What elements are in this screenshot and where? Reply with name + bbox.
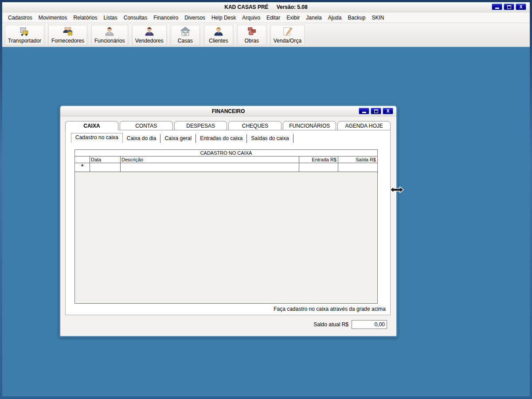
main-titlebar[interactable]: KAD CASAS PRÉ Versão: 5.08 X xyxy=(2,2,530,12)
grid-column-data[interactable]: Data xyxy=(90,156,121,163)
caixa-subtabs: Cadastro no caixa Caixa do dia Caixa ger… xyxy=(71,134,293,143)
tab-caixa[interactable]: CAIXA xyxy=(65,121,118,130)
financeiro-body: CAIXA CONTAS DESPESAS CHEQUES FUNCIONÁRI… xyxy=(60,117,396,336)
tab-funcionarios[interactable]: FUNCIONÁRIOS xyxy=(283,121,336,130)
subtab-cadastro-no-caixa[interactable]: Cadastro no caixa xyxy=(71,133,123,143)
grid-column-entrada[interactable]: Entrada R$ xyxy=(299,156,338,163)
minimize-button[interactable] xyxy=(492,4,502,10)
tab-contas[interactable]: CONTAS xyxy=(120,121,173,130)
financeiro-title: FINANCEIRO xyxy=(212,108,245,114)
tab-agenda-hoje[interactable]: AGENDA HOJE xyxy=(337,121,391,130)
financeiro-window-controls: X xyxy=(359,108,393,114)
mdi-desktop: FINANCEIRO X CAIXA CONTAS DESPESAS CHEQU… xyxy=(2,47,530,396)
subtab-saidas-do-caixa[interactable]: Saídas do caixa xyxy=(247,134,293,143)
close-button[interactable]: X xyxy=(516,4,526,10)
grid-new-row-indicator: * xyxy=(75,163,90,172)
caixa-tabpage: Cadastro no caixa Caixa do dia Caixa ger… xyxy=(65,130,391,315)
toolbar-button-label: Transportador xyxy=(8,38,41,44)
grid-cell-saida[interactable] xyxy=(338,163,377,172)
toolbar: Transportador Fornecedores Funcionários xyxy=(2,23,530,47)
toolbar-clientes-button[interactable]: Clientes xyxy=(204,25,233,45)
maximize-button[interactable] xyxy=(504,4,514,10)
suppliers-icon xyxy=(63,26,73,37)
grid-cell-data[interactable] xyxy=(90,163,121,172)
subtab-entradas-do-caixa[interactable]: Entradas do caixa xyxy=(196,134,247,143)
toolbar-separator xyxy=(268,25,269,45)
grid-cell-descricao[interactable] xyxy=(121,163,299,172)
toolbar-button-label: Funcionários xyxy=(94,38,125,44)
toolbar-button-label: Fornecedores xyxy=(51,38,84,44)
menu-cadastros[interactable]: Cadastros xyxy=(5,13,35,22)
toolbar-button-label: Venda/Orça xyxy=(274,38,301,44)
subtab-caixa-geral[interactable]: Caixa geral xyxy=(160,134,196,143)
salesperson-icon xyxy=(144,26,155,37)
minimize-icon xyxy=(495,8,499,9)
maximize-button[interactable] xyxy=(371,108,381,114)
main-title: KAD CASAS PRÉ Versão: 5.08 xyxy=(224,4,307,10)
tab-cheques[interactable]: CHEQUES xyxy=(228,121,282,130)
toolbar-venda-orca-button[interactable]: Venda/Orça xyxy=(270,25,305,45)
menu-consultas[interactable]: Consultas xyxy=(121,13,150,22)
app-version: Versão: 5.08 xyxy=(277,4,308,10)
menu-listas[interactable]: Listas xyxy=(100,13,120,22)
minimize-icon xyxy=(362,112,366,113)
financeiro-titlebar[interactable]: FINANCEIRO X xyxy=(60,106,396,117)
toolbar-obras-button[interactable]: Obras xyxy=(237,25,266,45)
minimize-button[interactable] xyxy=(359,108,369,114)
employee-icon xyxy=(104,26,115,37)
application-window: KAD CASAS PRÉ Versão: 5.08 X Cadastros M… xyxy=(0,0,532,399)
toolbar-separator xyxy=(235,25,235,45)
saldo-input[interactable] xyxy=(352,320,387,329)
menu-editar[interactable]: Editar xyxy=(263,13,283,22)
toolbar-funcionarios-button[interactable]: Funcionários xyxy=(91,25,128,45)
close-button[interactable]: X xyxy=(383,108,393,114)
cash-grid: CADASTRO NO CAIXA Data Descrição Entrada… xyxy=(75,150,377,172)
grid-column-descricao[interactable]: Descrição xyxy=(121,156,299,163)
grid-cell-entrada[interactable] xyxy=(299,163,338,172)
toolbar-casas-button[interactable]: Casas xyxy=(171,25,200,45)
subtab-caixa-do-dia[interactable]: Caixa do dia xyxy=(123,134,161,143)
toolbar-separator xyxy=(168,25,169,45)
menu-arquivo[interactable]: Arquivo xyxy=(239,13,263,22)
grid-indicator-header xyxy=(75,156,90,163)
menu-janela[interactable]: Janela xyxy=(303,13,325,22)
toolbar-separator xyxy=(130,25,130,45)
menu-diversos[interactable]: Diversos xyxy=(181,13,208,22)
menu-backup[interactable]: Backup xyxy=(344,13,368,22)
menu-help-desk[interactable]: Help Desk xyxy=(208,13,239,22)
saldo-label: Saldo atual R$ xyxy=(313,321,348,328)
client-icon xyxy=(213,26,224,37)
toolbar-fornecedores-button[interactable]: Fornecedores xyxy=(48,25,87,45)
toolbar-separator xyxy=(202,25,202,45)
cash-grid-panel: CADASTRO NO CAIXA Data Descrição Entrada… xyxy=(74,149,378,304)
toolbar-separator xyxy=(89,25,90,45)
financeiro-window: FINANCEIRO X CAIXA CONTAS DESPESAS CHEQU… xyxy=(59,105,398,337)
main-window-controls: X xyxy=(492,4,526,10)
grid-column-saida[interactable]: Saída R$ xyxy=(338,156,377,163)
bricks-icon xyxy=(246,26,257,37)
menu-ajuda[interactable]: Ajuda xyxy=(325,13,345,22)
menu-movimentos[interactable]: Movimentos xyxy=(35,13,70,22)
app-title: KAD CASAS PRÉ xyxy=(224,4,268,10)
menu-financeiro[interactable]: Financeiro xyxy=(150,13,181,22)
toolbar-vendedores-button[interactable]: Vendedores xyxy=(132,25,167,45)
close-icon: X xyxy=(387,109,390,113)
maximize-icon xyxy=(507,5,511,9)
toolbar-button-label: Vendedores xyxy=(135,38,164,44)
tab-despesas[interactable]: DESPESAS xyxy=(174,121,227,130)
toolbar-button-label: Clientes xyxy=(209,38,228,44)
house-icon xyxy=(180,26,191,37)
menubar: Cadastros Movimentos Relatórios Listas C… xyxy=(2,12,530,23)
saldo-row: Saldo atual R$ xyxy=(313,320,387,329)
toolbar-button-label: Obras xyxy=(244,38,259,44)
toolbar-transportador-button[interactable]: Transportador xyxy=(5,25,44,45)
menu-exibir[interactable]: Exibir xyxy=(283,13,303,22)
truck-icon xyxy=(19,26,30,37)
menu-relatorios[interactable]: Relatórios xyxy=(70,13,100,22)
toolbar-separator xyxy=(46,25,47,45)
menu-skin[interactable]: SKIN xyxy=(368,13,387,22)
close-icon: X xyxy=(520,5,523,9)
application-frame: KAD CASAS PRÉ Versão: 5.08 X Cadastros M… xyxy=(2,2,530,396)
sale-quote-icon xyxy=(282,26,293,37)
grid-hint-text: Faça cadastro no caixa através da grade … xyxy=(274,306,386,312)
